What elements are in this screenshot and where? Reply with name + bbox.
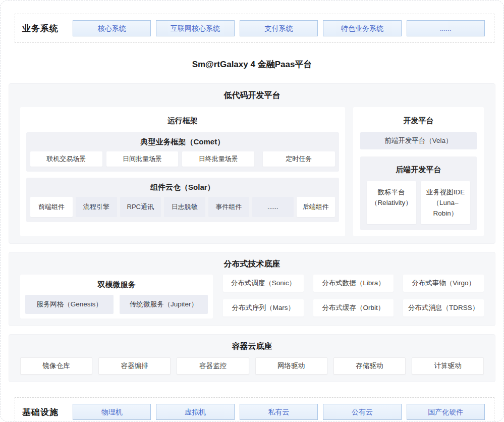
runtime-framework-title: 运行框架 (26, 116, 339, 126)
backend-dev-platform-title: 后端开发平台 (364, 165, 473, 175)
backend-box-luna-robin: 业务视图IDE （Luna–Robin） (421, 181, 470, 224)
solar-chip-ellipsis: ...... (252, 197, 294, 217)
platform-title: Sm@rtGalaxy 4 金融Paas平台 (1, 59, 503, 70)
cc-box-container-monitoring: 容器监控 (177, 357, 249, 375)
biz-box-special-business-system: 特色业务系统 (323, 20, 401, 36)
low-code-content: 运行框架 典型业务框架（Comet） 联机交易场景 日间批量场景 日终批量场景 … (20, 107, 484, 236)
infra-box-private-cloud: 私有云 (240, 404, 318, 420)
distributed-tech-base-section: 分布式技术底座 双模微服务 服务网格（Genesis） 传统微服务（Jupite… (9, 252, 495, 326)
backend-box-luna-robin-code: （Luna–Robin） (421, 197, 470, 219)
backend-box-relativity-code: （Relativity） (367, 197, 416, 208)
backend-box-luna-robin-name: 业务视图IDE (421, 187, 470, 197)
chip-service-mesh-genesis: 服务网格（Genesis） (25, 295, 114, 314)
dist-box-sequence-mars: 分布式序列（Mars） (223, 299, 304, 316)
comet-framework-title: 典型业务框架（Comet） (30, 137, 335, 147)
backend-box-relativity-name: 数标平台 (367, 187, 416, 197)
cc-box-compute-driver: 计算驱动 (412, 357, 484, 375)
chip-traditional-microservice-jupiter: 传统微服务（Jupiter） (120, 295, 208, 314)
infra-box-public-cloud: 公有云 (323, 404, 401, 420)
comet-box-online-trading: 联机交易场景 (30, 151, 102, 167)
solar-items-row: 前端组件 流程引擎 RPC通讯 日志脱敏 事件组件 ...... 后端组件 (30, 197, 335, 217)
comet-box-scheduled-task: 定时任务 (263, 151, 335, 167)
distributed-grid-row-2: 分布式序列（Mars） 分布式缓存（Orbit） 分布式消息（TDRSS） (223, 299, 484, 316)
comet-box-endofday-batch: 日终批量场景 (182, 151, 254, 167)
dual-mode-microservice-title: 双模微服务 (25, 280, 208, 290)
runtime-framework-panel: 运行框架 典型业务框架（Comet） 联机交易场景 日间批量场景 日终批量场景 … (20, 107, 345, 236)
distributed-content: 双模微服务 服务网格（Genesis） 传统微服务（Jupiter） 分布式调度… (20, 275, 484, 319)
distributed-tech-base-title: 分布式技术底座 (20, 259, 484, 269)
solar-component-panel: 组件云仓（Solar） 前端组件 流程引擎 RPC通讯 日志脱敏 事件组件 ..… (26, 178, 339, 222)
solar-chip-log-masking: 日志脱敏 (164, 197, 205, 217)
business-systems-label: 业务系统 (22, 23, 66, 34)
dist-box-scheduling-sonic: 分布式调度（Sonic） (223, 275, 304, 292)
frontend-dev-platform-vela: 前端开发平台（Vela） (360, 132, 477, 149)
cc-box-image-registry: 镜像仓库 (20, 357, 92, 375)
dist-box-data-libra: 分布式数据（Libra） (313, 275, 394, 292)
solar-chip-rpc-comm: RPC通讯 (120, 197, 161, 217)
dist-box-message-tdrss: 分布式消息（TDRSS） (403, 299, 484, 316)
infra-box-domestic-hardware: 国产化硬件 (407, 404, 485, 420)
business-systems-section: 业务系统 核心系统 互联网核心系统 支付系统 特色业务系统 ...... (15, 14, 494, 43)
infrastructure-section: 基础设施 物理机 虚拟机 私有云 公有云 国产化硬件 (15, 397, 494, 422)
infra-box-virtual-machine: 虚拟机 (156, 404, 234, 420)
solar-box-frontend-component: 前端组件 (30, 197, 73, 217)
comet-items-row: 联机交易场景 日间批量场景 日终批量场景 定时任务 (30, 151, 335, 167)
low-code-platform-title: 低代码开发平台 (20, 90, 484, 100)
biz-box-core-system: 核心系统 (73, 20, 151, 36)
solar-component-title: 组件云仓（Solar） (30, 182, 335, 192)
solar-chip-event-component: 事件组件 (208, 197, 250, 217)
container-cloud-items: 镜像仓库 容器编排 容器监控 网络驱动 存储驱动 计算驱动 (20, 357, 484, 375)
biz-box-ellipsis: ...... (407, 20, 485, 36)
business-systems-boxes: 核心系统 互联网核心系统 支付系统 特色业务系统 ...... (73, 20, 485, 36)
biz-box-payment-system: 支付系统 (240, 20, 318, 36)
solar-box-backend-component: 后端组件 (297, 197, 335, 217)
architecture-diagram: 业务系统 核心系统 互联网核心系统 支付系统 特色业务系统 ...... Sm@… (0, 0, 504, 422)
dist-box-cache-orbit: 分布式缓存（Orbit） (313, 299, 394, 316)
distributed-grid-row-1: 分布式调度（Sonic） 分布式数据（Libra） 分布式事物（Virgo） (223, 275, 484, 292)
container-cloud-base-title: 容器云底座 (20, 341, 484, 351)
biz-box-internet-core-system: 互联网核心系统 (156, 20, 234, 36)
low-code-platform-section: 低代码开发平台 运行框架 典型业务框架（Comet） 联机交易场景 日间批量场景… (9, 83, 495, 244)
cc-box-storage-driver: 存储驱动 (333, 357, 406, 375)
distributed-grid: 分布式调度（Sonic） 分布式数据（Libra） 分布式事物（Virgo） 分… (223, 275, 484, 316)
comet-framework-panel: 典型业务框架（Comet） 联机交易场景 日间批量场景 日终批量场景 定时任务 (26, 132, 339, 172)
dual-mode-microservice-panel: 双模微服务 服务网格（Genesis） 传统微服务（Jupiter） (20, 275, 213, 319)
dist-box-transaction-virgo: 分布式事物（Virgo） (403, 275, 484, 292)
container-cloud-base-section: 容器云底座 镜像仓库 容器编排 容器监控 网络驱动 存储驱动 计算驱动 (9, 334, 495, 382)
infrastructure-label: 基础设施 (22, 406, 66, 418)
infra-box-physical-machine: 物理机 (73, 404, 151, 420)
dual-mode-items: 服务网格（Genesis） 传统微服务（Jupiter） (25, 295, 208, 314)
solar-chip-process-engine: 流程引擎 (76, 197, 117, 217)
backend-dev-platform-panel: 后端开发平台 数标平台 （Relativity） 业务视图IDE （Luna–R… (360, 156, 477, 230)
dev-platform-title: 开发平台 (357, 116, 480, 126)
cc-box-container-orchestration: 容器编排 (98, 357, 171, 375)
backend-dev-items: 数标平台 （Relativity） 业务视图IDE （Luna–Robin） (364, 181, 473, 224)
comet-box-daytime-batch: 日间批量场景 (106, 151, 179, 167)
cc-box-network-driver: 网络驱动 (255, 357, 327, 375)
infrastructure-boxes: 物理机 虚拟机 私有云 公有云 国产化硬件 (73, 404, 485, 420)
backend-box-relativity: 数标平台 （Relativity） (367, 181, 416, 224)
dev-platform-panel: 开发平台 前端开发平台（Vela） 后端开发平台 数标平台 （Relativit… (353, 107, 484, 236)
